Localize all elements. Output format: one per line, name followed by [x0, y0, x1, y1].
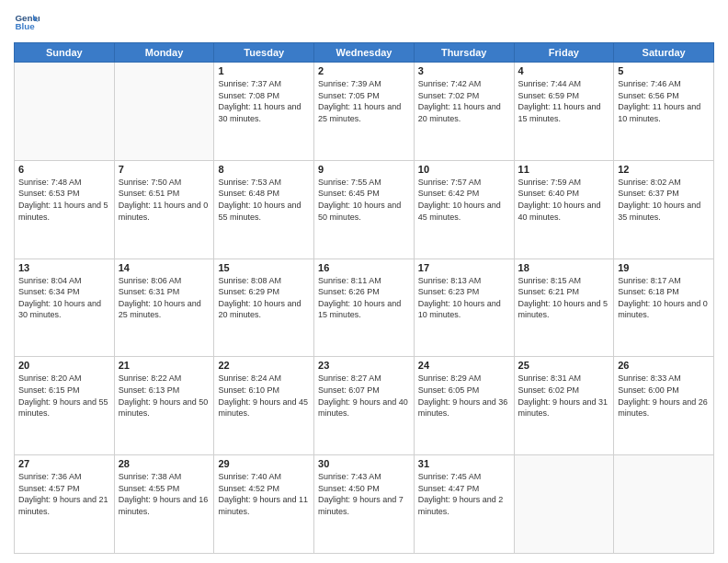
- day-number: 19: [618, 262, 710, 273]
- day-info: Sunrise: 8:17 AM Sunset: 6:18 PM Dayligh…: [618, 275, 710, 321]
- day-info: Sunrise: 7:42 AM Sunset: 7:02 PM Dayligh…: [418, 78, 510, 124]
- calendar-week-row: 13Sunrise: 8:04 AM Sunset: 6:34 PM Dayli…: [15, 259, 714, 357]
- day-info: Sunrise: 7:36 AM Sunset: 4:57 PM Dayligh…: [18, 471, 110, 517]
- calendar-day-cell: 19Sunrise: 8:17 AM Sunset: 6:18 PM Dayli…: [614, 259, 714, 357]
- weekday-header: Sunday: [15, 43, 115, 63]
- day-info: Sunrise: 7:38 AM Sunset: 4:55 PM Dayligh…: [119, 471, 210, 517]
- calendar-day-cell: [614, 455, 714, 554]
- day-number: 23: [318, 360, 410, 371]
- calendar-day-cell: 18Sunrise: 8:15 AM Sunset: 6:21 PM Dayli…: [514, 259, 614, 357]
- calendar-day-cell: 10Sunrise: 7:57 AM Sunset: 6:42 PM Dayli…: [414, 160, 514, 259]
- calendar-day-cell: 15Sunrise: 8:08 AM Sunset: 6:29 PM Dayli…: [214, 259, 314, 357]
- day-number: 7: [119, 164, 210, 175]
- calendar-week-row: 6Sunrise: 7:48 AM Sunset: 6:53 PM Daylig…: [15, 160, 714, 259]
- day-info: Sunrise: 7:43 AM Sunset: 4:50 PM Dayligh…: [318, 471, 410, 517]
- calendar-day-cell: 17Sunrise: 8:13 AM Sunset: 6:23 PM Dayli…: [414, 259, 514, 357]
- calendar-day-cell: 1Sunrise: 7:37 AM Sunset: 7:08 PM Daylig…: [214, 63, 314, 161]
- day-info: Sunrise: 7:39 AM Sunset: 7:05 PM Dayligh…: [318, 78, 410, 124]
- day-info: Sunrise: 7:45 AM Sunset: 4:47 PM Dayligh…: [418, 471, 510, 517]
- day-info: Sunrise: 7:59 AM Sunset: 6:40 PM Dayligh…: [518, 177, 610, 223]
- calendar-day-cell: 21Sunrise: 8:22 AM Sunset: 6:13 PM Dayli…: [114, 357, 214, 455]
- day-number: 22: [218, 360, 310, 371]
- calendar-day-cell: 7Sunrise: 7:50 AM Sunset: 6:51 PM Daylig…: [114, 160, 214, 259]
- calendar-week-row: 1Sunrise: 7:37 AM Sunset: 7:08 PM Daylig…: [15, 63, 714, 161]
- day-info: Sunrise: 8:13 AM Sunset: 6:23 PM Dayligh…: [418, 275, 510, 321]
- day-number: 4: [518, 65, 610, 76]
- calendar-day-cell: [114, 63, 214, 161]
- calendar-day-cell: 28Sunrise: 7:38 AM Sunset: 4:55 PM Dayli…: [114, 455, 214, 554]
- day-info: Sunrise: 8:06 AM Sunset: 6:31 PM Dayligh…: [119, 275, 210, 321]
- day-number: 25: [518, 360, 610, 371]
- calendar-day-cell: 6Sunrise: 7:48 AM Sunset: 6:53 PM Daylig…: [15, 160, 115, 259]
- day-info: Sunrise: 8:20 AM Sunset: 6:15 PM Dayligh…: [18, 373, 110, 419]
- calendar-day-cell: 24Sunrise: 8:29 AM Sunset: 6:05 PM Dayli…: [414, 357, 514, 455]
- calendar-day-cell: [514, 455, 614, 554]
- calendar-day-cell: 31Sunrise: 7:45 AM Sunset: 4:47 PM Dayli…: [414, 455, 514, 554]
- calendar-day-cell: 12Sunrise: 8:02 AM Sunset: 6:37 PM Dayli…: [614, 160, 714, 259]
- calendar-day-cell: 2Sunrise: 7:39 AM Sunset: 7:05 PM Daylig…: [314, 63, 415, 161]
- calendar-day-cell: [15, 63, 115, 161]
- day-info: Sunrise: 7:55 AM Sunset: 6:45 PM Dayligh…: [318, 177, 410, 223]
- day-info: Sunrise: 8:31 AM Sunset: 6:02 PM Dayligh…: [518, 373, 610, 419]
- day-info: Sunrise: 7:44 AM Sunset: 6:59 PM Dayligh…: [518, 78, 610, 124]
- calendar-day-cell: 30Sunrise: 7:43 AM Sunset: 4:50 PM Dayli…: [314, 455, 415, 554]
- day-info: Sunrise: 7:50 AM Sunset: 6:51 PM Dayligh…: [119, 177, 210, 223]
- day-info: Sunrise: 8:29 AM Sunset: 6:05 PM Dayligh…: [418, 373, 510, 419]
- day-info: Sunrise: 8:04 AM Sunset: 6:34 PM Dayligh…: [18, 275, 110, 321]
- logo: General Blue: [14, 9, 43, 35]
- day-info: Sunrise: 8:08 AM Sunset: 6:29 PM Dayligh…: [218, 275, 310, 321]
- day-number: 1: [218, 65, 310, 76]
- day-number: 30: [318, 458, 410, 469]
- day-number: 29: [218, 458, 310, 469]
- calendar-day-cell: 13Sunrise: 8:04 AM Sunset: 6:34 PM Dayli…: [15, 259, 115, 357]
- day-info: Sunrise: 7:53 AM Sunset: 6:48 PM Dayligh…: [218, 177, 310, 223]
- day-info: Sunrise: 7:57 AM Sunset: 6:42 PM Dayligh…: [418, 177, 510, 223]
- calendar-header-row: SundayMondayTuesdayWednesdayThursdayFrid…: [15, 43, 714, 63]
- calendar-day-cell: 4Sunrise: 7:44 AM Sunset: 6:59 PM Daylig…: [514, 63, 614, 161]
- day-number: 28: [119, 458, 210, 469]
- day-number: 12: [618, 164, 710, 175]
- day-number: 31: [418, 458, 510, 469]
- calendar-day-cell: 29Sunrise: 7:40 AM Sunset: 4:52 PM Dayli…: [214, 455, 314, 554]
- day-info: Sunrise: 8:33 AM Sunset: 6:00 PM Dayligh…: [618, 373, 710, 419]
- day-number: 18: [518, 262, 610, 273]
- calendar-table: SundayMondayTuesdayWednesdayThursdayFrid…: [14, 42, 714, 554]
- day-number: 21: [119, 360, 210, 371]
- day-number: 10: [418, 164, 510, 175]
- calendar-day-cell: 14Sunrise: 8:06 AM Sunset: 6:31 PM Dayli…: [114, 259, 214, 357]
- day-number: 11: [518, 164, 610, 175]
- weekday-header: Tuesday: [214, 43, 314, 63]
- weekday-header: Monday: [114, 43, 214, 63]
- day-info: Sunrise: 7:46 AM Sunset: 6:56 PM Dayligh…: [618, 78, 710, 124]
- day-number: 24: [418, 360, 510, 371]
- calendar-day-cell: 11Sunrise: 7:59 AM Sunset: 6:40 PM Dayli…: [514, 160, 614, 259]
- calendar-day-cell: 20Sunrise: 8:20 AM Sunset: 6:15 PM Dayli…: [15, 357, 115, 455]
- day-number: 14: [119, 262, 210, 273]
- day-number: 26: [618, 360, 710, 371]
- logo-icon: General Blue: [14, 9, 40, 35]
- page: General Blue SundayMondayTuesdayWednesda…: [0, 0, 728, 563]
- weekday-header: Saturday: [614, 43, 714, 63]
- calendar-day-cell: 3Sunrise: 7:42 AM Sunset: 7:02 PM Daylig…: [414, 63, 514, 161]
- day-number: 16: [318, 262, 410, 273]
- day-number: 9: [318, 164, 410, 175]
- calendar-day-cell: 25Sunrise: 8:31 AM Sunset: 6:02 PM Dayli…: [514, 357, 614, 455]
- day-number: 20: [18, 360, 110, 371]
- calendar-day-cell: 26Sunrise: 8:33 AM Sunset: 6:00 PM Dayli…: [614, 357, 714, 455]
- day-number: 2: [318, 65, 410, 76]
- weekday-header: Thursday: [414, 43, 514, 63]
- calendar-day-cell: 22Sunrise: 8:24 AM Sunset: 6:10 PM Dayli…: [214, 357, 314, 455]
- day-number: 6: [18, 164, 110, 175]
- calendar-week-row: 20Sunrise: 8:20 AM Sunset: 6:15 PM Dayli…: [15, 357, 714, 455]
- calendar-day-cell: 16Sunrise: 8:11 AM Sunset: 6:26 PM Dayli…: [314, 259, 415, 357]
- day-info: Sunrise: 7:48 AM Sunset: 6:53 PM Dayligh…: [18, 177, 110, 223]
- calendar-day-cell: 8Sunrise: 7:53 AM Sunset: 6:48 PM Daylig…: [214, 160, 314, 259]
- day-info: Sunrise: 8:02 AM Sunset: 6:37 PM Dayligh…: [618, 177, 710, 223]
- day-number: 17: [418, 262, 510, 273]
- day-info: Sunrise: 7:37 AM Sunset: 7:08 PM Dayligh…: [218, 78, 310, 124]
- calendar-day-cell: 5Sunrise: 7:46 AM Sunset: 6:56 PM Daylig…: [614, 63, 714, 161]
- day-info: Sunrise: 8:27 AM Sunset: 6:07 PM Dayligh…: [318, 373, 410, 419]
- header: General Blue: [14, 9, 714, 35]
- svg-text:Blue: Blue: [15, 21, 35, 31]
- day-number: 13: [18, 262, 110, 273]
